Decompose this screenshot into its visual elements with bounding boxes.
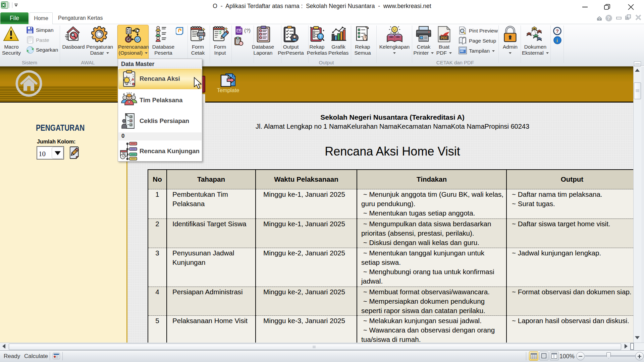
svg-text:?: ?: [556, 28, 559, 34]
svg-text:i: i: [556, 38, 558, 43]
svg-text:?: ?: [319, 34, 322, 39]
svg-text:?: ?: [607, 15, 610, 21]
svg-text:PDF: PDF: [441, 36, 447, 40]
